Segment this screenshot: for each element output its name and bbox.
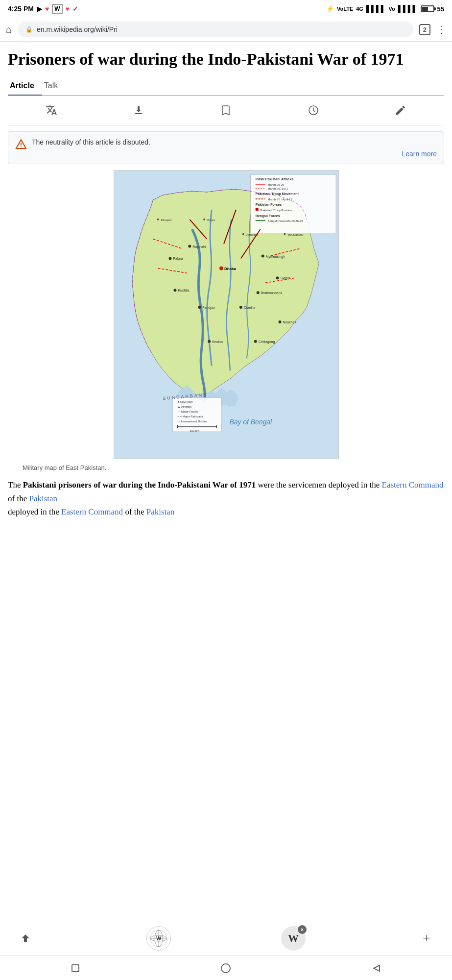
tab-article[interactable]: Article [8,77,42,95]
battery-percent: 55 [437,5,444,13]
history-icon [308,104,319,116]
svg-text:Dinajpur: Dinajpur [161,219,171,221]
status-bar: 4:25 PM ▶ ♥ W ♥ ✓ ⚡ VoLTE 4G ▌▌▌▌ Vo ▌▌▌… [0,0,452,18]
svg-text:— Major Roads: — Major Roads [177,411,197,414]
bluetooth-icon: ⚡ [326,5,334,13]
svg-text:Bay of Bengal: Bay of Bengal [229,418,272,426]
article-body-text-2: deployed in the Eastern Command of the P… [8,505,444,518]
article-toolbar [8,96,444,125]
lock-icon: 🔒 [25,26,33,33]
learn-more-link[interactable]: Learn more [32,150,437,158]
svg-text:● City/Town: ● City/Town [177,401,192,404]
svg-text:Rajshahi: Rajshahi [192,245,206,249]
map-image[interactable]: Bay of Bengal [114,170,339,459]
svg-text:Moulvibazar: Moulvibazar [287,233,303,236]
article-bold-text: Pakistani prisoners of war during the In… [23,480,256,490]
svg-text:Comilla: Comilla [243,306,255,309]
svg-point-23 [188,245,191,248]
svg-text:March 25-26: March 25-26 [267,184,284,187]
svg-text:Pabna: Pabna [173,257,183,261]
svg-text:Jamalpur: Jamalpur [246,233,258,236]
download-icon [133,104,144,116]
svg-text:Dhaka: Dhaka [224,267,236,271]
article-tabs: Article Talk [8,77,444,96]
eastern-command-link-2[interactable]: Eastern Command [61,507,123,516]
svg-text:▲ Airstrips: ▲ Airstrips [177,406,191,409]
svg-point-37 [168,257,171,260]
svg-point-25 [261,255,264,258]
eastern-command-link[interactable]: Eastern Command [382,480,444,490]
heart2-icon: ♥ [66,5,70,13]
svg-text:Initial Pakistani Attacks: Initial Pakistani Attacks [255,178,293,181]
svg-point-29 [239,306,242,309]
check-icon: ✓ [72,5,78,13]
svg-point-41 [208,340,211,343]
volte-icon: VoLTE [337,6,353,12]
edit-icon [395,104,406,116]
svg-point-31 [256,292,259,294]
map-container: Bay of Bengal [8,170,444,471]
svg-text:- - International Border: - - International Border [177,420,207,423]
translate-button[interactable] [42,100,61,120]
svg-text:Khulna: Khulna [212,340,223,343]
battery-icon [421,5,434,12]
svg-point-58 [284,233,285,235]
svg-point-3 [21,147,22,147]
pakistan-link[interactable]: Pakistan [29,494,57,503]
bookmark-button[interactable] [216,100,236,120]
svg-text:Pakistan Forces: Pakistan Forces [255,203,281,206]
svg-point-33 [276,277,279,280]
svg-point-27 [198,306,201,309]
volte2-icon: Vo [389,6,395,12]
svg-point-21 [219,267,223,270]
article-body-text: The Pakistani prisoners of war during th… [8,478,444,505]
dispute-notice: The neutrality of this article is disput… [8,131,444,165]
svg-point-56 [242,233,244,235]
svg-text:Pakistani Troop Movement: Pakistani Troop Movement [255,192,299,196]
history-button[interactable] [304,100,323,120]
wikipedia-icon: W [52,4,62,14]
edit-button[interactable] [391,100,410,120]
svg-point-52 [157,219,159,220]
svg-text:Bengali Troop March 26-29: Bengali Troop March 26-29 [267,220,303,222]
map-caption: Military map of East Pakistan. [8,464,444,471]
translate-icon [46,104,57,116]
url-bar[interactable]: 🔒 en.m.wikipedia.org/wiki/Pri [18,22,413,37]
browser-bar: ⌂ 🔒 en.m.wikipedia.org/wiki/Pri 2 ⋮ [0,18,452,42]
svg-text:Noakhali: Noakhali [283,320,296,324]
svg-point-39 [278,320,281,323]
time: 4:25 PM [8,5,34,13]
heart-icon: ♥ [45,5,49,13]
play-icon: ▶ [37,5,42,13]
svg-text:Kushtia: Kushtia [178,289,189,293]
dispute-icon [15,139,27,150]
signal2-icon: ▌▌▌▌ [398,5,418,13]
menu-dots[interactable]: ⋮ [436,24,446,35]
svg-rect-16 [255,208,258,211]
svg-text:Bogra: Bogra [207,219,215,221]
svg-point-43 [254,340,257,343]
svg-point-54 [203,219,205,220]
tab-count[interactable]: 2 [419,24,430,35]
4g-icon: 4G [356,6,363,12]
svg-text:100 km: 100 km [190,429,199,432]
pakistan-link-2[interactable]: Pakistan [146,507,175,516]
svg-text:March 26, 1971: March 26, 1971 [267,188,288,191]
svg-text:Chittagong: Chittagong [258,340,275,344]
home-icon[interactable]: ⌂ [6,24,12,35]
dispute-text: The neutrality of this article is disput… [32,138,150,146]
svg-text:Bengali Forces: Bengali Forces [255,214,280,218]
signal1-icon: ▌▌▌▌ [366,5,386,13]
svg-text:Mymensingh: Mymensingh [265,255,285,259]
svg-text:= = Major Railroads: = = Major Railroads [177,415,203,418]
url-text: en.m.wikipedia.org/wiki/Pri [37,25,118,33]
tab-talk[interactable]: Talk [42,77,66,95]
download-button[interactable] [129,100,148,120]
svg-point-35 [173,289,176,292]
article-title: Prisoners of war during the Indo-Pakista… [8,49,444,70]
svg-text:Faridpur: Faridpur [202,306,215,310]
status-right: ⚡ VoLTE 4G ▌▌▌▌ Vo ▌▌▌▌ 55 [326,5,444,13]
status-left: 4:25 PM ▶ ♥ W ♥ ✓ [8,4,78,14]
bookmark-icon [220,104,232,116]
map-svg: Bay of Bengal [114,171,338,459]
